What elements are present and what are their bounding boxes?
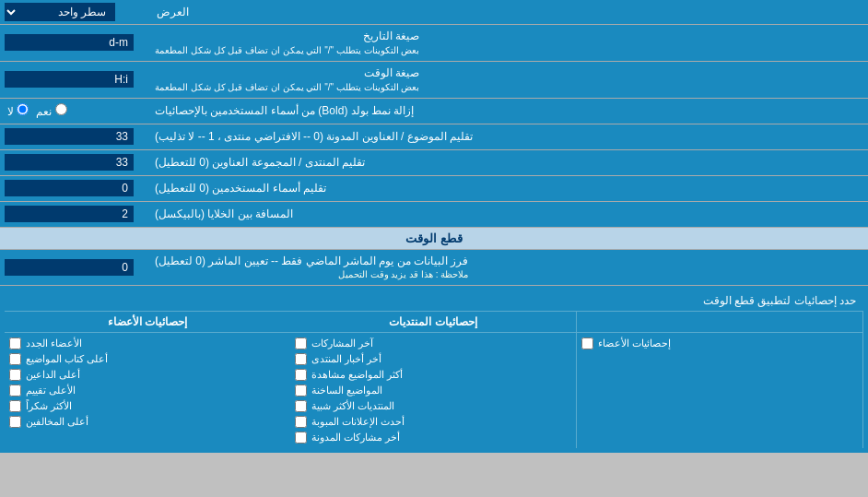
list-item: أكثر المواضيع مشاهدة: [295, 367, 571, 383]
list-item: الأعضاء الجدد: [9, 336, 286, 351]
topic-titles-label: تقليم الموضوع / العناوين المدونة (0 -- ا…: [147, 124, 868, 149]
user-names-row: تقليم أسماء المستخدمين (0 للتعطيل): [0, 176, 868, 202]
list-item: المنتديات الأكثر شبية: [295, 398, 571, 414]
realtime-filter-input-cell: [0, 250, 147, 286]
checkboxes-body: إحصائيات الأعضاء آخر المشاركات أخر أخبار…: [5, 333, 863, 448]
list-item: الأعلى تقييم: [9, 383, 286, 398]
list-item: أعلى المخالفين: [9, 414, 286, 430]
display-select-cell[interactable]: سطر واحد سطران ثلاثة أسطر: [0, 0, 147, 24]
stats-section: حدد إحصائيات لتطبيق قطع الوقت إحصائيات ا…: [0, 286, 868, 453]
col2-header: إحصائيات المنتديات: [290, 312, 577, 332]
radio-no-label: لا: [7, 103, 29, 118]
list-item: الأكثر شكراً: [9, 398, 286, 414]
date-format-label: صيغة التاريخ بعض التكوينات يتطلب "/" الت…: [147, 25, 868, 61]
list-item: المواضيع الساخنة: [295, 383, 571, 398]
list-item: أعلى كتاب المواضيع: [9, 351, 286, 367]
date-format-row: صيغة التاريخ بعض التكوينات يتطلب "/" الت…: [0, 25, 868, 62]
forum-titles-label: تقليم المنتدى / المجموعة العناوين (0 للت…: [147, 150, 868, 175]
checkbox-col2-1[interactable]: [295, 353, 307, 365]
topic-titles-row: تقليم الموضوع / العناوين المدونة (0 -- ا…: [0, 124, 868, 150]
checkbox-col1-3[interactable]: [9, 385, 21, 396]
realtime-filter-input[interactable]: [5, 259, 134, 276]
checkbox-col2-2[interactable]: [295, 369, 307, 381]
cell-spacing-label: المسافة بين الخلايا (بالبيكسل): [147, 202, 868, 227]
forum-titles-input-cell: [0, 150, 147, 175]
cell-spacing-row: المسافة بين الخلايا (بالبيكسل): [0, 202, 868, 228]
cell-spacing-input[interactable]: [5, 206, 134, 222]
realtime-filter-label: فرز البيانات من يوم الماشر الماضي فقط --…: [147, 250, 868, 286]
bold-remove-label: إزالة نمط بولد (Bold) من أسماء المستخدمي…: [147, 99, 868, 124]
display-row: العرض سطر واحد سطران ثلاثة أسطر: [0, 0, 868, 25]
realtime-filter-row: فرز البيانات من يوم الماشر الماضي فقط --…: [0, 250, 868, 287]
time-format-input-cell: [0, 62, 147, 98]
checkboxes-headers: إحصائيات المنتديات إحصائيات الأعضاء: [5, 312, 863, 333]
radio-no[interactable]: [17, 103, 29, 115]
checkbox-col2-6[interactable]: [295, 432, 307, 444]
checkbox-col2-0[interactable]: [295, 337, 307, 349]
list-item: إحصائيات الأعضاء: [581, 336, 858, 351]
list-item: آخر المشاركات: [295, 336, 571, 351]
bold-remove-radio-cell: نعم لا: [0, 99, 147, 124]
checkbox-col1-5[interactable]: [9, 416, 21, 428]
display-select[interactable]: سطر واحد سطران ثلاثة أسطر: [5, 3, 115, 21]
user-names-input-cell: [0, 176, 147, 201]
col3-items: إحصائيات الأعضاء: [577, 333, 863, 448]
time-format-label: صيغة الوقت بعض التكوينات يتطلب "/" التي …: [147, 62, 868, 98]
limit-label: حدد إحصائيات لتطبيق قطع الوقت: [12, 294, 856, 307]
forum-titles-input[interactable]: [5, 154, 134, 171]
time-format-row: صيغة الوقت بعض التكوينات يتطلب "/" التي …: [0, 62, 868, 99]
forum-titles-row: تقليم المنتدى / المجموعة العناوين (0 للت…: [0, 150, 868, 176]
realtime-section-header: قطع الوقت: [0, 228, 868, 250]
radio-yes[interactable]: [55, 103, 67, 115]
checkbox-col2-5[interactable]: [295, 416, 307, 428]
radio-yes-label: نعم: [36, 103, 66, 118]
col1-items: الأعضاء الجدد أعلى كتاب المواضيع أعلى ال…: [5, 333, 290, 448]
date-format-input[interactable]: [5, 34, 134, 51]
display-label: العرض: [147, 0, 868, 24]
time-format-input[interactable]: [5, 71, 134, 88]
checkbox-col1-4[interactable]: [9, 400, 21, 412]
limit-row: حدد إحصائيات لتطبيق قطع الوقت: [5, 290, 863, 312]
cell-spacing-input-cell: [0, 202, 147, 227]
list-item: أخر أخبار المنتدى: [295, 351, 571, 367]
checkbox-col3-0[interactable]: [581, 337, 593, 349]
checkbox-col1-0[interactable]: [9, 337, 21, 349]
checkbox-col2-3[interactable]: [295, 385, 307, 396]
col1-header: إحصائيات الأعضاء: [5, 312, 290, 332]
list-item: أحدث الإعلانات المبوبة: [295, 414, 571, 430]
user-names-input[interactable]: [5, 180, 134, 196]
topic-titles-input[interactable]: [5, 128, 134, 145]
checkbox-col2-4[interactable]: [295, 400, 307, 412]
date-format-input-cell: [0, 25, 147, 61]
col3-header: [577, 312, 863, 332]
topic-titles-input-cell: [0, 124, 147, 149]
col2-items: آخر المشاركات أخر أخبار المنتدى أكثر الم…: [290, 333, 577, 448]
bold-remove-row: إزالة نمط بولد (Bold) من أسماء المستخدمي…: [0, 99, 868, 124]
checkbox-col1-2[interactable]: [9, 369, 21, 381]
checkbox-col1-1[interactable]: [9, 353, 21, 365]
user-names-label: تقليم أسماء المستخدمين (0 للتعطيل): [147, 176, 868, 201]
list-item: أخر مشاركات المدونة: [295, 430, 571, 445]
list-item: أعلى الداعين: [9, 367, 286, 383]
